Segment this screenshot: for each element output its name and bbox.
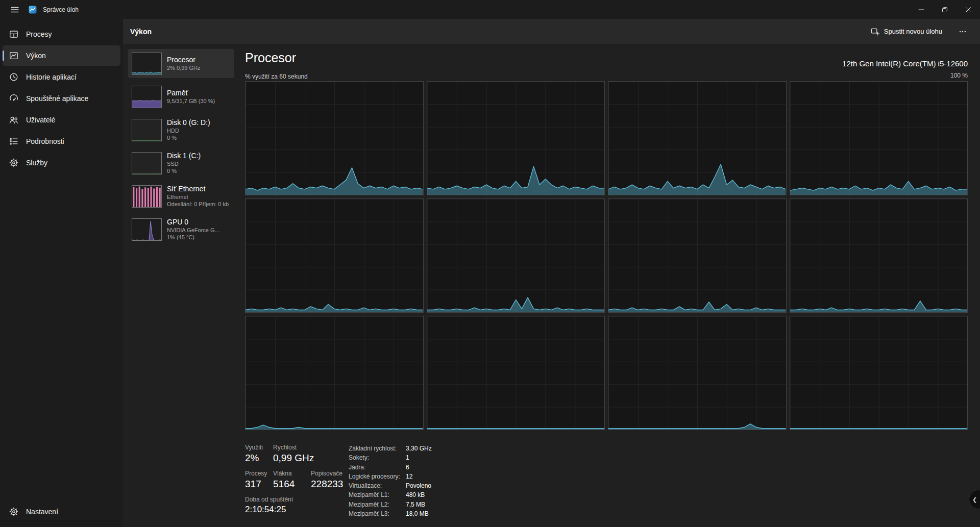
- perf-item-subtitle: SSD: [167, 160, 201, 167]
- ethernet-thumb-svg: [132, 186, 161, 207]
- spec-label: Sokety:: [349, 453, 406, 462]
- sidebar-item-services[interactable]: Služby: [3, 153, 120, 173]
- minimize-button[interactable]: [910, 0, 933, 19]
- disk1-thumb-svg: [132, 153, 161, 174]
- sidebar-item-label: Procesy: [26, 30, 52, 38]
- perf-item-disk1[interactable]: Disk 1 (C:) SSD 0 %: [128, 148, 234, 178]
- spec-label: Jádra:: [349, 463, 406, 472]
- cpu-core-chart-11: [790, 316, 968, 430]
- task-manager-window: Správce úloh: [0, 0, 980, 527]
- perf-item-memory[interactable]: Paměť 9,5/31,7 GB (30 %): [128, 82, 234, 111]
- processes-icon: [9, 29, 19, 39]
- sidebar-item-app-history[interactable]: Historie aplikací: [3, 67, 120, 87]
- spec-value: 7,5 MB: [406, 500, 432, 509]
- sidebar-item-details[interactable]: Podrobnosti: [3, 131, 120, 152]
- cpu-stats: Využiti 2% Rychlost 0,99 GHz Procesy 317…: [245, 444, 343, 521]
- restore-icon: [942, 7, 948, 13]
- perf-item-subtitle2: 0 %: [167, 167, 201, 174]
- perf-item-disk1-text: Disk 1 (C:) SSD 0 %: [167, 152, 201, 174]
- perf-item-cpu[interactable]: Procesor 2% 0,99 GHz: [128, 49, 234, 78]
- spec-label: Mezipaměť L3:: [349, 509, 406, 518]
- spec-value: 1: [406, 453, 432, 462]
- spec-label: Mezipaměť L1:: [349, 490, 406, 499]
- spec-label: Logické procesory:: [349, 472, 406, 481]
- perf-item-subtitle: 9,5/31,7 GB (30 %): [167, 97, 215, 105]
- chart-caption: % využití za 60 sekund: [245, 73, 308, 80]
- navigation-menu-button[interactable]: [7, 2, 22, 17]
- sidebar-item-settings[interactable]: Nastavení: [3, 501, 120, 522]
- perf-item-disk0[interactable]: Disk 0 (G: D:) HDD 0 %: [128, 115, 234, 144]
- stat-value: 317: [245, 479, 273, 490]
- stat-label: Vlákna: [273, 470, 311, 477]
- chevron-left-icon: ❮: [972, 496, 977, 503]
- memory-mini-chart: [132, 86, 162, 108]
- perf-item-gpu[interactable]: GPU 0 NVIDIA GeForce G... 1% (45 °C): [128, 215, 234, 244]
- stat-label: Doba od spuštění: [245, 496, 293, 503]
- perf-item-title: Síť Ethernet: [167, 185, 229, 193]
- perf-item-ethernet[interactable]: Síť Ethernet Ethernet Odesílání: 0 Příje…: [128, 182, 234, 211]
- spec-value: 18,0 MB: [406, 509, 432, 518]
- spec-value: Povoleno: [406, 481, 432, 490]
- cpu-core-chart-0: [245, 81, 424, 195]
- perf-item-subtitle: Ethernet: [167, 193, 229, 200]
- stats-row-3: Doba od spuštění 2:10:54:25: [245, 496, 343, 515]
- sidebar-item-label: Podrobnosti: [26, 137, 64, 145]
- performance-icon: [9, 51, 19, 61]
- stat-value: 2%: [245, 453, 273, 464]
- cpu-core-chart-6: [608, 198, 787, 313]
- perf-item-ethernet-text: Síť Ethernet Ethernet Odesílání: 0 Příje…: [167, 185, 229, 208]
- perf-item-subtitle2: 0 %: [167, 134, 210, 141]
- cpu-core-chart-10: [608, 316, 787, 430]
- stat-handles: Popisovače 228233: [311, 470, 343, 490]
- perf-item-subtitle: NVIDIA GeForce G...: [167, 227, 219, 234]
- cpu-core-grid: [245, 81, 968, 430]
- cpu-core-chart-8: [245, 316, 424, 430]
- close-button[interactable]: [957, 0, 980, 19]
- stat-value: 5164: [273, 479, 311, 490]
- stats-row-1: Využiti 2% Rychlost 0,99 GHz: [245, 444, 343, 464]
- cpu-page-title: Procesor: [245, 51, 296, 65]
- disk0-thumb-svg: [132, 119, 161, 141]
- ethernet-mini-chart: [132, 185, 162, 208]
- cpu-core-chart-7: [790, 198, 968, 313]
- sidebar-item-label: Uživatelé: [26, 116, 56, 124]
- spec-value: 12: [406, 472, 432, 481]
- titlebar: Správce úloh: [0, 0, 980, 19]
- spec-label: Virtualizace:: [349, 481, 406, 490]
- cpu-thumb-svg: [132, 53, 161, 74]
- chart-scale-max: 100 %: [950, 72, 968, 79]
- spec-value: 6: [406, 463, 432, 472]
- spec-label: Základní rychlost:: [349, 444, 406, 453]
- spec-value: 3,30 GHz: [406, 444, 432, 453]
- stat-speed: Rychlost 0,99 GHz: [273, 444, 314, 464]
- sidebar-item-label: Historie aplikací: [26, 73, 77, 81]
- stat-label: Popisovače: [311, 470, 343, 477]
- sidebar-item-startup-apps[interactable]: Spouštěné aplikace: [3, 88, 120, 109]
- restore-button[interactable]: [933, 0, 957, 19]
- stat-label: Využiti: [245, 444, 273, 451]
- stat-threads: Vlákna 5164: [273, 470, 311, 490]
- stat-label: Rychlost: [273, 444, 314, 451]
- stat-utilization: Využiti 2%: [245, 444, 273, 464]
- sidebar-item-label: Služby: [26, 159, 47, 167]
- cpu-specs: Základní rychlost: 3,30 GHz Sokety: 1 Já…: [349, 444, 432, 518]
- window-controls: [910, 0, 980, 19]
- cpu-mini-chart: [132, 53, 162, 75]
- sidebar-item-performance[interactable]: Výkon: [3, 45, 120, 66]
- services-icon: [9, 158, 19, 168]
- cpu-core-chart-1: [427, 81, 605, 195]
- users-icon: [9, 115, 19, 125]
- sidebar-item-processes[interactable]: Procesy: [3, 24, 120, 44]
- sidebar-item-users[interactable]: Uživatelé: [3, 110, 120, 130]
- cpu-detail-panel: Procesor 12th Gen Intel(R) Core(TM) i5-1…: [245, 19, 968, 527]
- disk1-mini-chart: [132, 152, 162, 174]
- sidebar: Procesy Výkon Historie aplikací Spouštěn…: [0, 19, 123, 527]
- minimize-icon: [918, 7, 924, 13]
- task-manager-app-icon: [29, 6, 37, 14]
- perf-item-title: Disk 0 (G: D:): [167, 118, 210, 127]
- stat-value: 228233: [311, 479, 343, 490]
- perf-item-subtitle2: 1% (45 °C): [167, 234, 219, 241]
- gpu-thumb-svg: [132, 219, 161, 240]
- selection-indicator: [3, 51, 4, 61]
- perf-item-gpu-text: GPU 0 NVIDIA GeForce G... 1% (45 °C): [167, 218, 219, 241]
